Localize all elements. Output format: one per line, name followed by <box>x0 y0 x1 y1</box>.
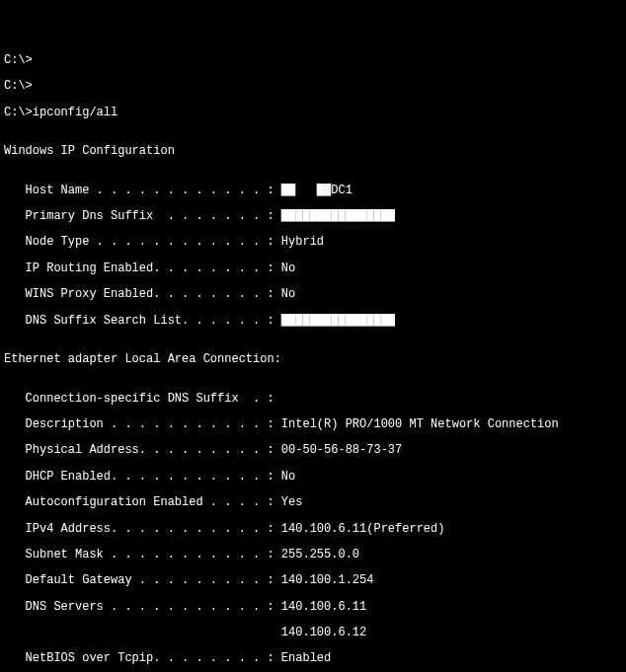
field-dns-servers: DNS Servers . . . . . . . . . . . : 140.… <box>4 601 622 614</box>
field-description: Description . . . . . . . . . . . : Inte… <box>4 418 622 431</box>
field-ipv4-address: IPv4 Address. . . . . . . . . . . : 140.… <box>4 523 622 536</box>
field-hostname: Host Name . . . . . . . . . . . . : ██ █… <box>4 185 622 197</box>
field-autoconf-enabled: Autoconfiguration Enabled . . . . : Yes <box>4 496 622 509</box>
field-dhcp-enabled: DHCP Enabled. . . . . . . . . . . : No <box>4 471 622 484</box>
field-wins-proxy: WINS Proxy Enabled. . . . . . . . : No <box>4 288 622 301</box>
field-subnet-mask: Subnet Mask . . . . . . . . . . . : 255.… <box>4 549 622 561</box>
field-default-gateway: Default Gateway . . . . . . . . . : 140.… <box>4 574 622 587</box>
field-dns-servers-cont: 140.100.6.12 <box>4 627 622 639</box>
field-node-type: Node Type . . . . . . . . . . . . : Hybr… <box>4 236 622 249</box>
field-ip-routing: IP Routing Enabled. . . . . . . . : No <box>4 262 622 275</box>
section-header-ethernet: Ethernet adapter Local Area Connection: <box>4 353 622 366</box>
field-physical-address: Physical Address. . . . . . . . . : 00-5… <box>4 444 622 457</box>
section-header-winip: Windows IP Configuration <box>4 145 622 158</box>
command-line[interactable]: C:\>ipconfig/all <box>4 107 622 119</box>
prompt-line: C:\> <box>4 80 622 93</box>
field-primary-dns-suffix: Primary Dns Suffix . . . . . . . : █████… <box>4 210 622 223</box>
field-conn-dns-suffix: Connection-specific DNS Suffix . : <box>4 393 622 406</box>
prompt-line: C:\> <box>4 54 622 67</box>
field-dns-search-list: DNS Suffix Search List. . . . . . : ████… <box>4 315 622 328</box>
field-netbios: NetBIOS over Tcpip. . . . . . . . : Enab… <box>4 652 622 665</box>
